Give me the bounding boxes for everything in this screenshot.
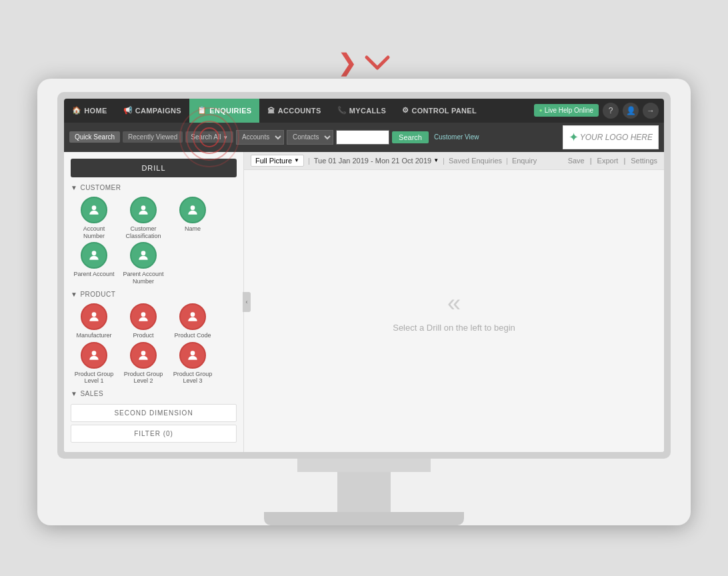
full-picture-dropdown-icon: ▼	[294, 157, 299, 163]
sales-section-header[interactable]: ▼ SALES	[71, 390, 237, 397]
empty-message: Select a Drill on the left to begin	[393, 323, 515, 333]
product-icon	[130, 303, 157, 330]
save-link[interactable]: Save	[568, 157, 585, 165]
svg-point-7	[191, 312, 195, 317]
user-button[interactable]: 👤	[623, 103, 639, 119]
logo-icon: ✦	[569, 130, 579, 145]
chevron-down-icon: ▼	[223, 135, 228, 141]
product-group-3-item[interactable]: Product GroupLevel 3	[169, 342, 216, 385]
nav-campaigns[interactable]: 📢 CAMPAIGNS	[115, 99, 189, 123]
product-group-2-item[interactable]: Product GroupLevel 2	[120, 342, 167, 385]
svg-point-8	[92, 351, 97, 355]
controlpanel-icon: ⚙	[402, 106, 409, 115]
customer-section-header[interactable]: ▼ CUSTOMER	[71, 184, 237, 191]
svg-point-5	[92, 312, 97, 317]
nav-enquiries[interactable]: 📋 ENQUIRIES	[189, 99, 260, 123]
svg-point-9	[141, 351, 146, 355]
monitor-stand-top	[297, 459, 431, 472]
logo-text: YOUR LOGO HERE	[580, 133, 653, 142]
logo-area: ✦ YOUR LOGO HERE	[563, 125, 659, 149]
campaigns-icon: 📢	[123, 106, 133, 115]
svg-point-10	[191, 351, 195, 355]
product-group-1-icon	[81, 342, 107, 369]
sub-nav-sep4: |	[590, 157, 592, 165]
collapse-panel-button[interactable]: ‹	[243, 292, 251, 312]
product-group-1-item[interactable]: Product GroupLevel 1	[71, 342, 117, 385]
quick-search-tab[interactable]: Quick Search	[69, 131, 120, 143]
chevron-indicator: ❯	[337, 51, 391, 75]
svg-point-0	[92, 205, 97, 210]
date-range-selector[interactable]: Tue 01 Jan 2019 - Mon 21 Oct 2019 ▼	[314, 157, 439, 165]
filter-button[interactable]: FILTER (0)	[71, 425, 237, 443]
monitor-stand-base	[264, 512, 464, 525]
full-picture-tab[interactable]: Full Picture ▼	[251, 155, 304, 167]
home-icon: 🏠	[72, 106, 81, 115]
svg-point-1	[141, 205, 146, 210]
search-all-area: Search All ▼	[185, 131, 233, 143]
recently-viewed-tab[interactable]: Recently Viewed	[123, 131, 183, 143]
section-arrow-icon: ▼	[71, 184, 77, 191]
svg-point-6	[141, 312, 146, 317]
account-number-item[interactable]: AccountNumber	[71, 197, 117, 240]
product-code-item[interactable]: Product Code	[169, 303, 216, 339]
nav-mycalls[interactable]: 📞 MYCALLS	[329, 99, 395, 123]
product-section-arrow-icon: ▼	[71, 291, 77, 298]
sub-nav: Full Picture ▼ | Tue 01 Jan 2019 - Mon 2…	[244, 152, 664, 170]
exit-button[interactable]: →	[643, 103, 659, 119]
product-section-header[interactable]: ▼ PRODUCT	[71, 291, 237, 298]
nav-home[interactable]: 🏠 HOME	[64, 99, 115, 123]
sub-nav-separator3: |	[506, 157, 508, 165]
search-all-tab[interactable]: Search All ▼	[185, 131, 233, 143]
svg-point-2	[191, 205, 195, 210]
drill-button[interactable]: DRILL	[71, 159, 237, 177]
customer-classification-icon	[130, 197, 157, 223]
name-item[interactable]: Name	[169, 197, 216, 240]
settings-link[interactable]: Settings	[631, 157, 657, 165]
left-panel: DRILL ▼ CUSTOMER	[64, 152, 244, 453]
main-empty-area: « Select a Drill on the left to begin	[244, 170, 664, 453]
account-number-icon	[81, 197, 107, 223]
second-dimension-button[interactable]: SECOND DIMENSION	[71, 404, 237, 422]
monitor-stand-pole	[337, 472, 391, 512]
parent-account-item[interactable]: Parent Account	[71, 242, 117, 285]
accounts-icon: 🏛	[267, 107, 275, 115]
sales-section-arrow-icon: ▼	[71, 390, 77, 397]
manufacturer-item[interactable]: Manufacturer	[71, 303, 117, 339]
left-panel-wrapper: DRILL ▼ CUSTOMER	[64, 152, 244, 453]
nav-controlpanel[interactable]: ⚙ CONTROL PANEL	[394, 99, 485, 123]
product-icon-grid: Manufacturer Product	[71, 303, 237, 385]
date-range-dropdown-icon: ▼	[433, 157, 439, 163]
parent-account-number-item[interactable]: Parent AccountNumber	[120, 242, 167, 285]
product-item[interactable]: Product	[120, 303, 167, 339]
empty-icon: «	[447, 289, 461, 317]
right-panel: Full Picture ▼ | Tue 01 Jan 2019 - Mon 2…	[244, 152, 664, 453]
product-group-3-icon	[179, 342, 206, 369]
product-group-2-icon	[130, 342, 157, 369]
parent-account-number-icon	[130, 242, 157, 269]
bottom-buttons: SECOND DIMENSION FILTER (0)	[71, 404, 237, 443]
live-help-button[interactable]: ● Live Help Online	[534, 104, 599, 117]
search-button[interactable]: Search	[392, 131, 429, 143]
svg-point-4	[141, 251, 146, 256]
saved-enquiries-link[interactable]: Saved Enquiries	[449, 157, 502, 165]
svg-point-3	[92, 251, 97, 256]
customer-view-link[interactable]: Customer View	[434, 133, 479, 141]
sub-nav-sep5: |	[623, 157, 625, 165]
mycalls-icon: 📞	[337, 106, 347, 115]
live-dot-icon: ●	[539, 107, 543, 113]
monitor: 🏠 HOME 📢 CAMPAIGNS 📋 ENQUIRIES 🏛 ACCOUNT…	[37, 79, 691, 526]
manufacturer-icon	[81, 303, 107, 330]
customer-icon-grid: AccountNumber CustomerClassification	[71, 197, 237, 285]
export-link[interactable]: Export	[597, 157, 619, 165]
search-dropdown-2[interactable]: Contacts	[287, 130, 333, 145]
customer-classification-item[interactable]: CustomerClassification	[120, 197, 167, 240]
top-nav: 🏠 HOME 📢 CAMPAIGNS 📋 ENQUIRIES 🏛 ACCOUNT…	[64, 99, 664, 123]
search-input[interactable]	[336, 130, 389, 145]
parent-account-icon	[81, 242, 107, 269]
help-button[interactable]: ?	[603, 103, 619, 119]
search-dropdown-1[interactable]: Accounts	[236, 130, 284, 145]
nav-accounts[interactable]: 🏛 ACCOUNTS	[259, 99, 329, 123]
enquiry-link[interactable]: Enquiry	[512, 157, 537, 165]
enquiries-icon: 📋	[197, 106, 207, 115]
name-icon	[179, 197, 206, 223]
